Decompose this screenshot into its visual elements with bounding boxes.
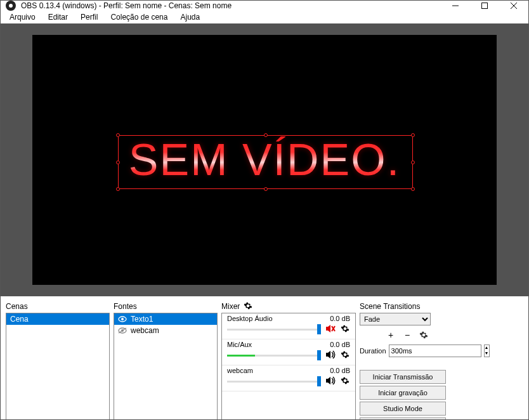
right-column: Scene Transitions Fade + − Duration ▲▼ I… [360, 300, 523, 420]
mixer-channel-db: 0.0 dB [330, 367, 350, 374]
duration-input[interactable] [389, 345, 481, 357]
speaker-icon[interactable] [325, 376, 336, 387]
svg-point-5 [121, 318, 124, 320]
volume-slider[interactable] [227, 329, 321, 331]
sources-list[interactable]: Texto1 webcam [114, 313, 218, 420]
mixer-channel-name: webcam [227, 367, 253, 374]
control-buttons: Iniciar Transmissão Iniciar gravação Stu… [360, 357, 446, 420]
menu-ajuda[interactable]: Ajuda [174, 11, 206, 23]
mixer-channel-name: Mic/Aux [227, 341, 252, 348]
transition-select[interactable]: Fade [360, 313, 431, 325]
menu-perfil[interactable]: Perfil [74, 11, 104, 23]
source-item-label: webcam [131, 326, 159, 335]
scenes-list[interactable]: Cena [6, 313, 110, 420]
resize-handle-mr[interactable] [411, 161, 415, 164]
svg-rect-1 [482, 3, 488, 9]
menu-editar[interactable]: Editar [42, 11, 74, 23]
transitions-header: Scene Transitions [360, 302, 420, 311]
duration-spinner[interactable]: ▲▼ [484, 345, 490, 357]
resize-handle-br[interactable] [411, 187, 415, 191]
volume-slider[interactable] [227, 355, 321, 357]
resize-handle-bl[interactable] [116, 187, 120, 191]
eye-icon[interactable] [118, 316, 127, 322]
mixer-channel-db: 0.0 dB [330, 341, 350, 348]
scene-item-label: Cena [10, 315, 29, 324]
menubar: Arquivo Editar Perfil Coleção de cena Aj… [1, 11, 528, 23]
studio-mode-button[interactable]: Studio Mode [360, 402, 446, 416]
channel-settings-icon[interactable] [340, 324, 350, 335]
resize-handle-tr[interactable] [411, 133, 415, 137]
maximize-button[interactable] [470, 1, 499, 11]
resize-handle-ml[interactable] [116, 161, 120, 164]
source-item-label: Texto1 [131, 315, 153, 324]
menu-arquivo[interactable]: Arquivo [3, 11, 42, 23]
settings-button[interactable]: Configurações [360, 417, 446, 420]
transition-settings-button[interactable] [417, 329, 431, 341]
channel-settings-icon[interactable] [340, 376, 350, 387]
mixer-channel-name: Desktop Áudio [227, 315, 273, 322]
resize-handle-tl[interactable] [116, 133, 120, 137]
sources-panel: Fontes Texto1 webcam + − ∧ ∨ [114, 300, 218, 420]
selection-box[interactable] [118, 135, 413, 189]
speaker-muted-icon[interactable] [325, 324, 336, 335]
sources-header: Fontes [114, 302, 137, 311]
close-button[interactable] [499, 1, 528, 11]
minimize-button[interactable] [441, 1, 470, 11]
mixer-channel: Mic/Aux0.0 dB [222, 339, 355, 365]
mixer-channel: webcam0.0 dB [222, 365, 355, 391]
bottom-panels: Cenas Cena + − ∧ ∨ Fontes Texto1 web [1, 296, 528, 420]
mixer-channel: Desktop Áudio0.0 dB [222, 313, 355, 339]
start-stream-button[interactable]: Iniciar Transmissão [360, 370, 446, 384]
remove-transition-button[interactable]: − [400, 329, 414, 341]
resize-handle-tm[interactable] [264, 133, 268, 137]
mixer-panel: Mixer Desktop Áudio0.0 dBMic/Aux0.0 dBwe… [221, 300, 356, 420]
resize-handle-bm[interactable] [264, 187, 268, 191]
scenes-header: Cenas [6, 302, 28, 311]
titlebar: OBS 0.13.4 (windows) - Perfil: Sem nome … [1, 1, 528, 11]
preview-canvas[interactable]: SEM VÍDEO. [32, 35, 497, 285]
scene-item[interactable]: Cena [6, 313, 109, 325]
start-record-button[interactable]: Iniciar gravação [360, 386, 446, 400]
add-transition-button[interactable]: + [384, 329, 398, 341]
speaker-icon[interactable] [325, 350, 336, 361]
eye-off-icon[interactable] [118, 327, 127, 334]
channel-settings-icon[interactable] [340, 350, 350, 361]
window-title: OBS 0.13.4 (windows) - Perfil: Sem nome … [21, 1, 441, 10]
menu-colecao[interactable]: Coleção de cena [104, 11, 174, 23]
app-icon [6, 1, 16, 11]
mixer-channel-db: 0.0 dB [330, 315, 350, 322]
duration-label: Duration [360, 347, 386, 355]
scenes-panel: Cenas Cena + − ∧ ∨ [6, 300, 110, 420]
source-item[interactable]: Texto1 [114, 313, 217, 325]
mixer-header: Mixer [221, 302, 240, 311]
volume-slider[interactable] [227, 381, 321, 383]
transitions-panel: Scene Transitions Fade + − Duration ▲▼ [360, 300, 431, 357]
mixer-list: Desktop Áudio0.0 dBMic/Aux0.0 dBwebcam0.… [221, 313, 356, 420]
preview-area: SEM VÍDEO. [1, 23, 528, 296]
source-item[interactable]: webcam [114, 325, 217, 336]
mixer-settings-icon[interactable] [244, 301, 252, 312]
